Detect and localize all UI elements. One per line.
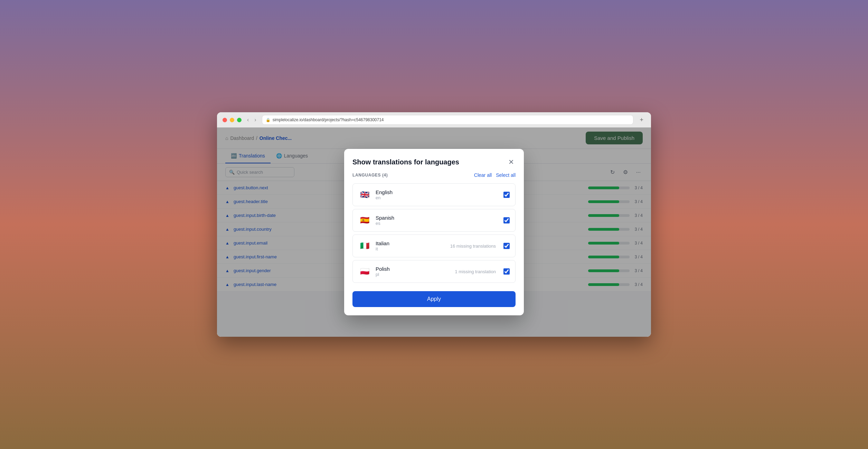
languages-count: LANGUAGES (4) [352, 173, 388, 178]
lang-name-en: English [376, 189, 491, 195]
header-actions: Clear all Select all [474, 172, 516, 178]
lang-name-it: Italian [376, 240, 445, 246]
lang-missing-pl: 1 missing translation [455, 269, 496, 274]
new-tab-button[interactable]: + [638, 116, 645, 124]
modal-header: Show translations for languages ✕ [344, 149, 524, 172]
lang-code-pl: pl [376, 272, 450, 277]
lang-code-en: en [376, 195, 491, 200]
apply-button[interactable]: Apply [352, 291, 516, 307]
modal-title: Show translations for languages [352, 158, 459, 166]
flag-es: 🇪🇸 [358, 214, 371, 227]
language-item-pl: 🇵🇱 Polish pl 1 missing translation [352, 260, 516, 283]
lang-code-es: es [376, 221, 491, 226]
lang-info-it: Italian it [376, 240, 445, 251]
lang-info-pl: Polish pl [376, 266, 450, 277]
select-all-button[interactable]: Select all [496, 172, 516, 178]
clear-all-button[interactable]: Clear all [474, 172, 492, 178]
address-bar[interactable]: 🔒 simplelocalize.io/dashboard/projects/?… [262, 115, 634, 125]
flag-pl: 🇵🇱 [358, 265, 371, 278]
modal-footer: Apply [344, 286, 524, 315]
lang-checkbox-es[interactable] [503, 217, 510, 223]
lang-checkbox-it[interactable] [503, 243, 510, 249]
lock-icon: 🔒 [266, 118, 271, 122]
lang-info-en: English en [376, 189, 491, 200]
language-modal: Show translations for languages ✕ LANGUA… [344, 149, 524, 315]
flag-it: 🇮🇹 [358, 240, 371, 252]
close-traffic-light[interactable] [223, 118, 227, 122]
lang-missing-it: 16 missing translations [450, 243, 496, 249]
lang-checkbox-pl[interactable] [503, 268, 510, 275]
modal-close-button[interactable]: ✕ [507, 157, 516, 167]
language-item-es: 🇪🇸 Spanish es [352, 209, 516, 232]
minimize-traffic-light[interactable] [230, 118, 234, 122]
modal-body: LANGUAGES (4) Clear all Select all 🇬🇧 En… [344, 172, 524, 286]
modal-backdrop: Show translations for languages ✕ LANGUA… [217, 127, 651, 337]
forward-button[interactable]: › [253, 116, 257, 124]
lang-name-pl: Polish [376, 266, 450, 272]
traffic-lights [223, 118, 242, 122]
language-item-en: 🇬🇧 English en [352, 183, 516, 206]
flag-en: 🇬🇧 [358, 189, 371, 201]
back-button[interactable]: ‹ [246, 116, 250, 124]
lang-info-es: Spanish es [376, 215, 491, 226]
url-text: simplelocalize.io/dashboard/projects/?ha… [273, 117, 384, 122]
languages-header: LANGUAGES (4) Clear all Select all [352, 172, 516, 178]
browser-window: ‹ › 🔒 simplelocalize.io/dashboard/projec… [217, 112, 651, 337]
app-content: ⌂ Dashboard / Online Chec... Save and Pu… [217, 127, 651, 337]
lang-checkbox-en[interactable] [503, 192, 510, 198]
lang-code-it: it [376, 246, 445, 251]
nav-buttons: ‹ › [246, 116, 258, 124]
title-bar: ‹ › 🔒 simplelocalize.io/dashboard/projec… [217, 112, 651, 127]
lang-name-es: Spanish [376, 215, 491, 221]
fullscreen-traffic-light[interactable] [237, 118, 242, 122]
language-item-it: 🇮🇹 Italian it 16 missing translations [352, 235, 516, 257]
